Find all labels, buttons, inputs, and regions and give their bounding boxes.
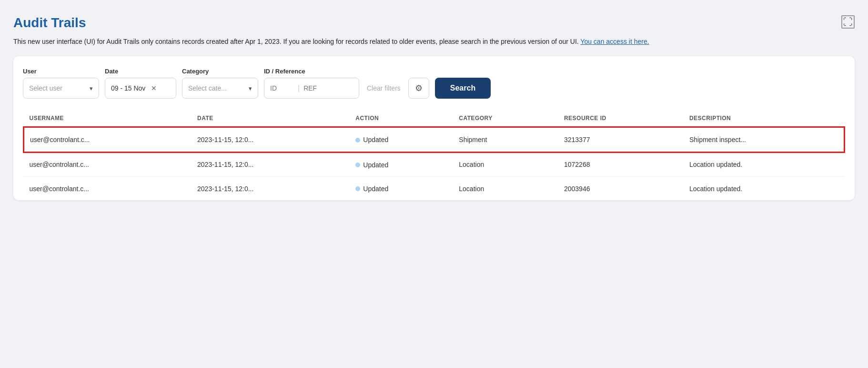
filter-options-button[interactable]: ⚙: [408, 78, 429, 99]
chevron-down-icon: ▾: [90, 85, 93, 92]
cell-description: Location updated.: [684, 176, 845, 200]
date-value: 09 - 15 Nov: [111, 84, 145, 92]
col-resource-id: RESOURCE ID: [558, 110, 684, 127]
close-icon[interactable]: ✕: [151, 84, 157, 92]
user-filter-label: User: [23, 68, 99, 75]
action-label: Updated: [363, 161, 388, 169]
cell-date: 2023-11-15, 12:0...: [192, 127, 350, 152]
table-row[interactable]: user@controlant.c...2023-11-15, 12:0...U…: [24, 176, 845, 200]
table-wrapper: USERNAME DATE ACTION CATEGORY RESOURCE I…: [23, 110, 845, 200]
cell-description: Location updated.: [684, 152, 845, 176]
cell-resource_id: 3213377: [558, 127, 684, 152]
col-category: CATEGORY: [453, 110, 558, 127]
category-filter-label: Category: [182, 68, 258, 75]
action-label: Updated: [363, 136, 388, 144]
action-label: Updated: [363, 185, 388, 193]
cell-description: Shipment inspect...: [684, 127, 845, 152]
cell-category: Location: [453, 152, 558, 176]
cell-category: Shipment: [453, 127, 558, 152]
id-ref-filter-label: ID / Reference: [264, 68, 359, 75]
notice-link[interactable]: You can access it here.: [580, 38, 649, 45]
category-filter-group: Category Select cate... ▾: [182, 68, 258, 99]
cell-action: Updated: [350, 176, 453, 200]
id-ref-box: |: [264, 78, 359, 99]
col-action: ACTION: [350, 110, 453, 127]
col-date: DATE: [192, 110, 350, 127]
cell-username: user@controlant.c...: [24, 152, 192, 176]
date-filter-group: Date 09 - 15 Nov ✕: [105, 68, 176, 99]
table-row[interactable]: user@controlant.c...2023-11-15, 12:0...U…: [24, 152, 845, 176]
page-title: Audit Trails: [13, 15, 86, 31]
cell-resource_id: 2003946: [558, 176, 684, 200]
notice-bar: This new user interface (UI) for Audit T…: [13, 36, 855, 47]
action-dot: [355, 138, 360, 143]
category-select-text: Select cate...: [188, 84, 245, 92]
id-input[interactable]: [270, 84, 294, 92]
table-body: user@controlant.c...2023-11-15, 12:0...U…: [24, 127, 845, 200]
cell-username: user@controlant.c...: [24, 176, 192, 200]
user-select-text: Select user: [29, 84, 86, 92]
divider: |: [298, 84, 300, 92]
cell-action: Updated: [350, 152, 453, 176]
notice-text: This new user interface (UI) for Audit T…: [13, 38, 579, 45]
cell-resource_id: 1072268: [558, 152, 684, 176]
id-ref-filter-group: ID / Reference |: [264, 68, 359, 99]
main-card: User Select user ▾ Date 09 - 15 Nov ✕ Ca…: [13, 56, 855, 200]
table-header: USERNAME DATE ACTION CATEGORY RESOURCE I…: [24, 110, 845, 127]
cell-username: user@controlant.c...: [24, 127, 192, 152]
clear-filters-button[interactable]: Clear filters: [365, 78, 403, 99]
ref-input[interactable]: [303, 84, 327, 92]
cell-category: Location: [453, 176, 558, 200]
filters-row: User Select user ▾ Date 09 - 15 Nov ✕ Ca…: [23, 68, 845, 99]
user-select[interactable]: Select user ▾: [23, 78, 99, 99]
action-dot: [355, 163, 360, 167]
audit-table: USERNAME DATE ACTION CATEGORY RESOURCE I…: [23, 110, 845, 200]
category-select[interactable]: Select cate... ▾: [182, 78, 258, 99]
action-dot: [355, 186, 360, 191]
cell-action: Updated: [350, 127, 453, 152]
table-row[interactable]: user@controlant.c...2023-11-15, 12:0...U…: [24, 127, 845, 152]
chevron-down-icon: ▾: [249, 85, 252, 92]
search-button[interactable]: Search: [435, 78, 491, 99]
date-filter-label: Date: [105, 68, 176, 75]
expand-icon[interactable]: ⛶: [841, 15, 855, 29]
date-picker[interactable]: 09 - 15 Nov ✕: [105, 78, 176, 99]
user-filter-group: User Select user ▾: [23, 68, 99, 99]
cell-date: 2023-11-15, 12:0...: [192, 176, 350, 200]
col-description: DESCRIPTION: [684, 110, 845, 127]
sliders-icon: ⚙: [415, 83, 423, 93]
cell-date: 2023-11-15, 12:0...: [192, 152, 350, 176]
col-username: USERNAME: [24, 110, 192, 127]
